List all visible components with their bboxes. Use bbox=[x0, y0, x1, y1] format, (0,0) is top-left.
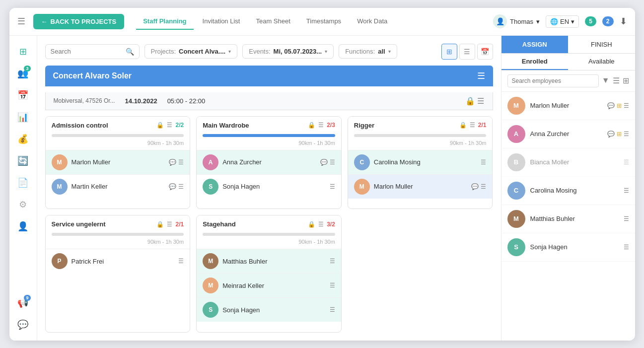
functions-filter[interactable]: Functions: all ▾ bbox=[339, 44, 397, 59]
assign-icon[interactable]: ⊞ bbox=[617, 102, 622, 109]
event-filter[interactable]: Events: Mi, 05.07.2023... ▾ bbox=[242, 44, 334, 59]
event-menu-icon[interactable]: ☰ bbox=[477, 70, 485, 81]
role-distance-text: 90km - 1h 30m bbox=[197, 140, 341, 150]
finish-button[interactable]: FINISH bbox=[568, 36, 635, 53]
nav-tabs: Staff Planning Invitation List Team Shee… bbox=[136, 13, 489, 30]
employee-item[interactable]: C Carolina Mosing ☰ bbox=[501, 177, 635, 205]
list-icon[interactable]: ☰ bbox=[481, 183, 486, 190]
user-avatar-icon: 👤 bbox=[493, 14, 507, 28]
list-icon[interactable]: ☰ bbox=[624, 131, 629, 138]
tab-available[interactable]: Available bbox=[568, 54, 635, 70]
member-icons: 💬 ☰ bbox=[320, 159, 335, 166]
notification-badge[interactable]: 5 bbox=[585, 16, 596, 26]
sidebar-item-announcements[interactable]: 📢9 bbox=[13, 293, 33, 313]
chat-icon[interactable]: 💬 bbox=[169, 183, 176, 190]
language-selector[interactable]: 🌐 EN ▾ bbox=[546, 15, 579, 28]
roles-grid: Admission control 🔒 ☰ 2/2 90km - 1h 30m … bbox=[45, 116, 493, 333]
bell-badge[interactable]: 2 bbox=[602, 16, 614, 26]
list-icon[interactable]: ☰ bbox=[624, 102, 629, 109]
list-icon[interactable]: ☰ bbox=[178, 183, 184, 190]
filter-icon[interactable]: ▼ bbox=[602, 76, 610, 85]
role-header-icons: 🔒 ☰ 2/1 bbox=[459, 122, 487, 129]
tab-enrolled[interactable]: Enrolled bbox=[501, 54, 569, 70]
sidebar-item-chat[interactable]: 💬 bbox=[13, 315, 33, 335]
view-grid-button[interactable]: ⊞ bbox=[441, 44, 457, 60]
role-name: Main Wardrobe bbox=[203, 122, 249, 129]
sidebar-item-calendar[interactable]: 📅 bbox=[13, 85, 33, 105]
hamburger-icon[interactable]: ☰ bbox=[17, 16, 25, 27]
user-dropdown-icon: ▾ bbox=[536, 18, 540, 25]
tab-staff-planning[interactable]: Staff Planning bbox=[136, 13, 193, 30]
list-icon[interactable]: ☰ bbox=[624, 244, 629, 251]
role-card-header: Service ungelernt 🔒 ☰ 2/1 bbox=[46, 215, 190, 233]
employee-item[interactable]: A Anna Zurcher 💬⊞ ☰ bbox=[501, 120, 635, 148]
lock-icon: 🔒 bbox=[459, 122, 467, 129]
role-card-header: Main Wardrobe 🔒 ☰ 2/3 bbox=[197, 117, 341, 134]
tab-invitation-list[interactable]: Invitation List bbox=[196, 13, 247, 30]
employee-item[interactable]: S Sonja Hagen ☰ bbox=[501, 233, 635, 262]
enrolled-available-tabs: Enrolled Available bbox=[501, 54, 635, 70]
tab-work-data[interactable]: Work Data bbox=[350, 13, 394, 30]
view-list-button[interactable]: ☰ bbox=[459, 44, 475, 60]
sidebar-item-profile[interactable]: 👤 bbox=[13, 216, 33, 236]
role-distance-bar bbox=[52, 233, 184, 236]
chat-icon[interactable]: 💬 bbox=[471, 183, 479, 190]
tab-team-sheet[interactable]: Team Sheet bbox=[249, 13, 297, 30]
tab-timestamps[interactable]: Timestamps bbox=[299, 13, 348, 30]
view-calendar-button[interactable]: 📅 bbox=[477, 44, 493, 60]
assign-button[interactable]: ASSIGN bbox=[501, 36, 569, 53]
download-icon[interactable]: ⬇ bbox=[620, 16, 627, 27]
functions-filter-label: Functions: bbox=[345, 48, 375, 55]
chat-icon[interactable]: 💬 bbox=[320, 159, 328, 166]
sidebar-item-users[interactable]: 👥3 bbox=[13, 64, 33, 83]
chat-icon[interactable]: 💬 bbox=[169, 159, 176, 166]
sidebar-item-sync[interactable]: 🔄 bbox=[13, 151, 33, 171]
sidebar-item-settings[interactable]: ⚙ bbox=[13, 195, 33, 214]
user-menu[interactable]: 👤 Thomas ▾ bbox=[493, 14, 540, 28]
lang-dropdown-icon: ▾ bbox=[571, 18, 574, 25]
list-icon[interactable]: ☰ bbox=[481, 159, 486, 166]
list-icon[interactable]: ☰ bbox=[330, 306, 335, 313]
employee-item[interactable]: B Bianca Moller ☰ bbox=[501, 148, 635, 177]
sidebar-item-finance[interactable]: 💰 bbox=[13, 129, 33, 149]
employee-search-input[interactable] bbox=[507, 74, 599, 87]
list-icon: ☰ bbox=[167, 221, 172, 228]
role-member: M Martin Keller 💬 ☰ bbox=[46, 174, 190, 199]
role-distance-text: 90km - 1h 30m bbox=[197, 239, 341, 249]
list-icon[interactable]: ☰ bbox=[624, 187, 629, 194]
list-icon[interactable]: ☰ bbox=[330, 258, 335, 265]
employee-item[interactable]: M Marlon Muller 💬⊞ ☰ bbox=[501, 92, 635, 120]
list-icon[interactable]: ☰ bbox=[330, 183, 335, 190]
content-area: 🔍 Projects: Concert Alva.... ▾ Events: M… bbox=[37, 36, 501, 341]
list-icon[interactable]: ☰ bbox=[624, 159, 629, 166]
list-icon[interactable]: ☰ bbox=[330, 159, 335, 166]
chat-icon[interactable]: 💬 bbox=[607, 131, 615, 138]
search-box[interactable]: 🔍 bbox=[45, 44, 140, 59]
role-count: 2/3 bbox=[327, 122, 335, 129]
grid-view-icon[interactable]: ⊞ bbox=[623, 76, 629, 85]
role-count: 3/2 bbox=[327, 221, 335, 228]
list-icon[interactable]: ☰ bbox=[330, 282, 335, 289]
sidebar-item-documents[interactable]: 📄 bbox=[13, 173, 33, 193]
back-to-projects-button[interactable]: BACK TO PROJECTS bbox=[33, 14, 125, 29]
list-icon[interactable]: ☰ bbox=[178, 159, 184, 166]
chat-icon[interactable]: 💬 bbox=[607, 102, 615, 109]
sidebar-item-grid[interactable]: ⊞ bbox=[13, 42, 33, 62]
event-filter-label: Events: bbox=[249, 48, 270, 55]
list-icon[interactable]: ☰ bbox=[624, 215, 629, 222]
list-icon[interactable]: ☰ bbox=[178, 258, 184, 265]
emp-name: Sonja Hagen bbox=[530, 243, 619, 251]
search-input[interactable] bbox=[51, 48, 123, 55]
assign-icon[interactable]: ⊞ bbox=[617, 131, 622, 138]
list-icon[interactable]: ☰ bbox=[613, 76, 620, 85]
member-icons: ☰ bbox=[481, 159, 486, 166]
employee-item[interactable]: M Matthias Buhler ☰ bbox=[501, 205, 635, 233]
event-filter-arrow: ▾ bbox=[325, 49, 327, 54]
role-count: 2/1 bbox=[175, 221, 184, 228]
role-card: Rigger 🔒 ☰ 2/1 90km - 1h 30m C Carolina … bbox=[348, 116, 493, 209]
sidebar-item-chart[interactable]: 📊 bbox=[13, 107, 33, 127]
event-title: Concert Alvaro Soler bbox=[53, 71, 132, 80]
role-member: C Carolina Mosing ☰ bbox=[348, 150, 493, 174]
project-filter[interactable]: Projects: Concert Alva.... ▾ bbox=[144, 44, 238, 59]
left-sidebar: ⊞ 👥3 📅 📊 💰 🔄 📄 ⚙ 👤 📢9 💬 bbox=[9, 36, 37, 341]
